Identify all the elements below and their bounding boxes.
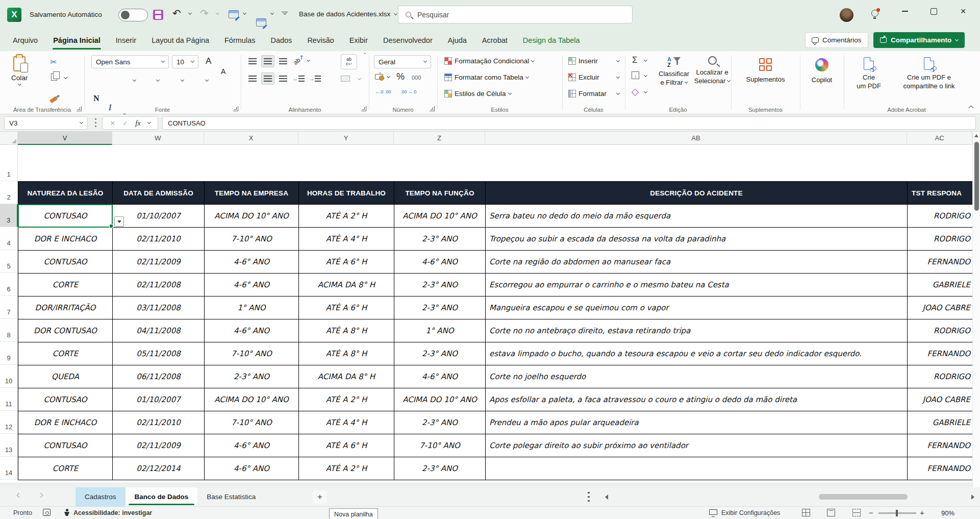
table-cell[interactable]: CORTE	[18, 342, 113, 365]
table-format-dropdown-icon[interactable]	[243, 11, 246, 15]
table-cell[interactable]: 7-10° ANO	[205, 228, 299, 251]
scroll-up-icon[interactable]	[974, 134, 978, 137]
autosave-toggle[interactable]	[118, 9, 148, 21]
table-cell[interactable]: ATÉ A 2° H	[299, 388, 394, 411]
table-cell[interactable]: FERNANDO	[908, 342, 973, 365]
borders-dropdown-icon[interactable]	[156, 78, 160, 82]
table-cell[interactable]: DOR CONTUSAO	[18, 319, 113, 342]
table-cell[interactable]: 2-3° ANO	[394, 457, 486, 480]
table-cell[interactable]: Corte no joelho esquerdo	[486, 365, 908, 388]
table-cell[interactable]: JOAO CABRE	[908, 296, 973, 319]
tab-design-da-tabela[interactable]: Design da Tabela	[515, 30, 588, 51]
table-cell[interactable]: ACIMA DA 8° H	[299, 365, 394, 388]
tab-f-rmulas[interactable]: Fórmulas	[217, 30, 263, 51]
sheet-prev-icon[interactable]	[17, 493, 22, 498]
column-header-v[interactable]: V	[18, 132, 112, 145]
tab-p-gina-inicial[interactable]: Página Inicial	[45, 30, 108, 51]
table-cell[interactable]: FERNANDO	[908, 457, 973, 480]
align-right-button[interactable]	[277, 72, 290, 85]
paste-button[interactable]: Colar	[11, 56, 28, 85]
row-header-2[interactable]: 2	[0, 181, 18, 204]
table-cell[interactable]: estava limpado o bucho, quando a tesoura…	[486, 342, 908, 365]
table-cell[interactable]: CONTUSAO	[18, 388, 113, 411]
zoom-slider-thumb[interactable]	[896, 510, 898, 516]
autosum-dropdown-icon[interactable]	[644, 58, 647, 62]
align-middle-button[interactable]	[261, 55, 274, 67]
table-cell[interactable]: ATÉ A 6° H	[299, 296, 394, 319]
tab-desenvolvedor[interactable]: Desenvolvedor	[375, 30, 440, 51]
horizontal-scrollbar[interactable]	[601, 490, 976, 503]
table-cell[interactable]: Serra bateu no dedo do meio da mão esque…	[486, 205, 908, 228]
percent-style-button[interactable]: %	[396, 71, 405, 82]
table-cell[interactable]: 01/10/2007	[113, 205, 205, 228]
font-size-select[interactable]: 10	[172, 55, 198, 68]
table-cell[interactable]: ACIMA DO 10° ANO	[205, 388, 299, 411]
autosum-button[interactable]: Σ	[632, 55, 638, 65]
accounting-dropdown-icon[interactable]	[387, 75, 390, 78]
enter-icon[interactable]: ✓	[122, 119, 128, 127]
quick-access-more-icon[interactable]	[282, 12, 288, 14]
table-cell[interactable]: 2-3° ANO	[394, 274, 486, 296]
table-cell[interactable]: 02/11/2010	[113, 411, 205, 434]
document-title[interactable]: Base de dados Acidentes.xlsx	[299, 10, 397, 18]
table-cell[interactable]: 4-6° ANO	[205, 319, 299, 342]
table-cell[interactable]: 01/10/2007	[113, 388, 205, 411]
table-cell[interactable]: JOAO CABRE	[908, 388, 973, 411]
table-cell[interactable]: Corte no no antebraço direito, estava re…	[486, 319, 908, 342]
bold-button[interactable]: N	[93, 94, 250, 103]
table-cell[interactable]: QUEDA	[18, 365, 113, 388]
cut-icon[interactable]: ✂	[50, 57, 57, 67]
sheet-tab-cadastros[interactable]: Cadastros	[76, 487, 125, 506]
orientation-dropdown-icon[interactable]	[307, 58, 310, 62]
table-cell[interactable]: 02/11/2009	[113, 251, 205, 274]
page-layout-view-icon[interactable]	[827, 509, 835, 516]
table-cell[interactable]: ACIMA DA 8° H	[299, 274, 394, 296]
number-format-select[interactable]: Geral	[374, 55, 431, 68]
clear-icon[interactable]	[632, 89, 639, 96]
table-cell[interactable]: 02/11/2008	[113, 274, 205, 296]
table-cell[interactable]: FERNANDO	[908, 251, 973, 274]
underline-dropdown-icon[interactable]	[133, 78, 136, 82]
column-header-w[interactable]: W	[112, 132, 204, 145]
column-header-x[interactable]: X	[204, 132, 298, 145]
row-header-1[interactable]: 1	[0, 145, 18, 181]
align-bottom-button[interactable]	[277, 55, 290, 67]
row-header-11[interactable]: 11	[0, 388, 18, 411]
row-header-12[interactable]: 12	[0, 411, 18, 434]
vertical-scrollbar[interactable]	[972, 132, 980, 487]
font-name-select[interactable]: Open Sans	[91, 55, 169, 68]
table-style-icon[interactable]	[256, 18, 266, 27]
find-select-button[interactable]: Localizar e Selecionar	[693, 56, 731, 85]
table-cell[interactable]: 7-10° ANO	[205, 411, 299, 434]
fill-down-icon[interactable]: ↓	[632, 71, 639, 79]
table-cell[interactable]: 03/11/2008	[113, 296, 205, 319]
new-sheet-button[interactable]: +	[313, 490, 326, 504]
zoom-out-button[interactable]: −	[869, 508, 873, 517]
table-cell[interactable]: CONTUSAO	[18, 205, 113, 228]
table-cell[interactable]: 4-6° ANO	[394, 251, 486, 274]
create-pdf-button[interactable]: Crie um PDF	[849, 57, 889, 90]
sheet-next-icon[interactable]	[38, 493, 43, 498]
number-dialog-launcher-icon[interactable]	[430, 106, 435, 111]
fill-color-dropdown-icon[interactable]	[181, 78, 184, 82]
merge-dropdown-icon[interactable]	[358, 77, 361, 80]
table-cell[interactable]: RODRIGO	[908, 228, 973, 251]
clipboard-dialog-launcher-icon[interactable]	[77, 106, 82, 111]
name-box[interactable]: V3	[4, 116, 88, 130]
table-cell[interactable]: Apos esfollar a paleta, a faca atravesso…	[486, 388, 908, 411]
comma-style-button[interactable]: 000	[412, 75, 421, 81]
table-cell[interactable]: 02/11/2009	[113, 434, 205, 457]
table-cell[interactable]: CORTE	[18, 274, 113, 296]
maximize-button[interactable]	[922, 0, 945, 22]
row-header-6[interactable]: 6	[0, 273, 18, 296]
table-cell[interactable]: GABRIELE	[908, 274, 973, 296]
macro-record-icon[interactable]	[43, 509, 51, 516]
excel-logo-icon[interactable]: X	[7, 8, 21, 22]
align-center-button[interactable]	[261, 72, 274, 85]
close-button[interactable]: ×	[952, 0, 974, 22]
table-cell[interactable]: ATÉ A 6° H	[299, 251, 394, 274]
scroll-left-icon[interactable]	[605, 495, 608, 500]
sort-filter-button[interactable]: AZ Classificar e Filtrar	[655, 56, 693, 87]
row-header-9[interactable]: 9	[0, 342, 18, 365]
create-share-pdf-button[interactable]: Crie um PDF e compartilhe o link	[891, 57, 967, 90]
